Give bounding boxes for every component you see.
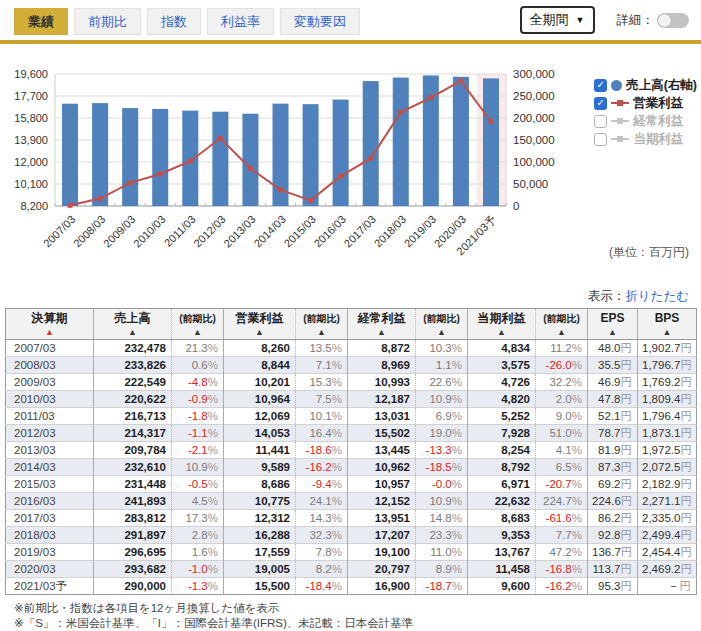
column-header-ordinary-income[interactable]: 経常利益▲ [348, 309, 416, 340]
pct-sign: % [332, 444, 342, 456]
cell-eps: 87.3円 [588, 459, 638, 476]
cell-sales: 232,610 [94, 459, 172, 476]
pct-sign: % [332, 427, 342, 439]
yen-sign: 円 [680, 427, 692, 439]
yen-sign: 円 [621, 427, 633, 439]
tab-item-2[interactable]: 指数 [147, 8, 201, 35]
square-swatch [617, 100, 623, 106]
checkbox-unchecked-icon[interactable] [594, 115, 607, 128]
period-select-value: 全期間 [530, 11, 569, 29]
cell-net-income: 4,834 [468, 340, 536, 357]
line-marker-icon [611, 99, 629, 107]
legend-item-1[interactable]: ✓営業利益 [594, 94, 697, 112]
collapse-link[interactable]: 折りたたむ [625, 289, 689, 303]
pct-sign: % [572, 444, 582, 456]
pct-value: -0.5 [188, 478, 208, 490]
detail-control: 詳細： [617, 12, 690, 29]
pct-sign: % [208, 427, 218, 439]
cell-eps: 48.0円 [588, 340, 638, 357]
cell-bps: 1,796.4円 [638, 408, 697, 425]
yen-value: 1,972.5 [642, 444, 680, 456]
cell-eps: 69.2円 [588, 476, 638, 493]
cell-eps: 95.3円 [588, 578, 638, 595]
pct-value: -1.8 [188, 410, 208, 422]
cell-operating-yoy: 16.4% [296, 425, 348, 442]
cell-ordinary-income: 8,969 [348, 357, 416, 374]
column-header-operating-income[interactable]: 営業利益▲ [224, 309, 296, 340]
column-header-net-income[interactable]: 当期利益▲ [468, 309, 536, 340]
cell-net-income: 8,254 [468, 442, 536, 459]
pct-value: 10.9 [185, 461, 207, 473]
checkbox-checked-icon[interactable]: ✓ [594, 97, 607, 110]
yen-sign: 円 [680, 376, 692, 388]
pct-value: -0.0 [432, 478, 452, 490]
line-marker-icon [611, 135, 629, 143]
tab-item-3[interactable]: 利益率 [207, 8, 274, 35]
pct-sign: % [452, 359, 462, 371]
legend-item-2[interactable]: 経常利益 [594, 112, 697, 130]
cell-ordinary-yoy: 10.3% [416, 340, 468, 357]
yen-value: 35.5 [598, 359, 620, 371]
column-header-net-yoy[interactable]: (前期比)▲ [536, 309, 588, 340]
cell-ordinary-income: 16,900 [348, 578, 416, 595]
column-header-bps[interactable]: BPS▲ [638, 309, 697, 340]
pct-sign: % [572, 359, 582, 371]
column-header-ordinary-yoy[interactable]: (前期比)▲ [416, 309, 468, 340]
column-header-eps[interactable]: EPS▲ [588, 309, 638, 340]
cell-sales-yoy: 2.8% [172, 527, 224, 544]
yen-value: 69.2 [598, 478, 620, 490]
pct-sign: % [332, 495, 342, 507]
cell-period: 2009/03 [6, 374, 94, 391]
x-axis-label: 2009/03 [101, 213, 138, 250]
pct-sign: % [572, 512, 582, 524]
pct-sign: % [572, 529, 582, 541]
yen-value: 1,902.7 [642, 342, 680, 354]
cell-sales: 233,826 [94, 357, 172, 374]
table-row: 2014/03232,61010.9%9,589-16.2%10,962-18.… [6, 459, 697, 476]
detail-toggle[interactable] [657, 13, 689, 28]
pct-sign: % [572, 427, 582, 439]
unit-note: (単位：百万円) [609, 244, 689, 261]
period-select[interactable]: 全期間 ▼ [520, 6, 595, 34]
pct-value: 1.1 [436, 359, 452, 371]
pct-sign: % [208, 546, 218, 558]
cell-net-yoy: 6.5% [536, 459, 588, 476]
pct-value: 10.9 [429, 393, 451, 405]
tab-bar: 業績前期比指数利益率変動要因 全期間 ▼ 詳細： [0, 0, 701, 44]
cell-ordinary-income: 19,100 [348, 544, 416, 561]
cell-operating-income: 8,686 [224, 476, 296, 493]
pct-value: 11.0 [430, 546, 452, 558]
yen-value: 78.7 [598, 427, 620, 439]
column-header-operating-yoy[interactable]: (前期比)▲ [296, 309, 348, 340]
cell-operating-yoy: 13.5% [296, 340, 348, 357]
tab-item-4[interactable]: 変動要因 [280, 8, 360, 35]
cell-eps: 81.9円 [588, 442, 638, 459]
line-marker [428, 95, 433, 100]
cell-bps: 1,873.1円 [638, 425, 697, 442]
pct-sign: % [572, 376, 582, 388]
cell-net-income: 11,458 [468, 561, 536, 578]
pct-value: -2.1 [188, 444, 208, 456]
footnote: ※「S」：米国会計基準、「I」：国際会計基準(IFRS)、未記載：日本会計基準 [14, 616, 701, 631]
cell-ordinary-income: 15,502 [348, 425, 416, 442]
legend-item-0[interactable]: ✓売上高(右軸) [594, 76, 697, 94]
pct-sign: % [452, 546, 462, 558]
legend-item-3[interactable]: 当期利益 [594, 130, 697, 148]
pct-sign: % [332, 512, 342, 524]
pct-value: -4.8 [188, 376, 208, 388]
column-header-period[interactable]: 決算期▲ [6, 309, 94, 340]
tab-item-1[interactable]: 前期比 [74, 8, 141, 35]
pct-value: 10.1 [309, 410, 331, 422]
cell-net-income: 6,971 [468, 476, 536, 493]
column-header-sales[interactable]: 売上高▲ [94, 309, 172, 340]
column-header-sales-yoy[interactable]: (前期比)▲ [172, 309, 224, 340]
pct-sign: % [208, 376, 218, 388]
pct-value: -1.0 [188, 563, 208, 575]
right-axis-tick: 0 [513, 200, 519, 212]
checkbox-unchecked-icon[interactable] [594, 133, 607, 146]
tab-item-0[interactable]: 業績 [14, 8, 68, 35]
cell-operating-income: 17,559 [224, 544, 296, 561]
checkbox-checked-icon[interactable]: ✓ [594, 79, 607, 92]
cell-period: 2013/03 [6, 442, 94, 459]
line-marker [188, 159, 193, 164]
